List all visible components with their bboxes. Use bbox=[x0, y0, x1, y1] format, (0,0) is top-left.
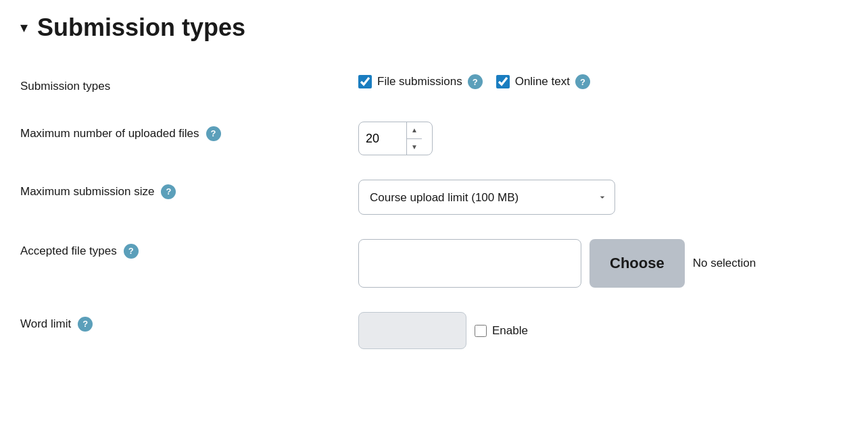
max-size-help-icon[interactable]: ? bbox=[161, 184, 176, 199]
enable-checkbox-item: Enable bbox=[475, 324, 528, 338]
accepted-file-types-input[interactable] bbox=[358, 239, 581, 288]
max-files-label: Maximum number of uploaded files bbox=[20, 126, 199, 142]
max-files-controls: ▲ ▼ bbox=[358, 122, 848, 155]
word-limit-row: Word limit ? Enable bbox=[20, 300, 848, 361]
accepted-file-types-label-cell: Accepted file types ? bbox=[20, 239, 358, 259]
max-files-input[interactable] bbox=[359, 122, 406, 155]
enable-label[interactable]: Enable bbox=[492, 324, 528, 338]
word-limit-label-cell: Word limit ? bbox=[20, 312, 358, 332]
max-files-spinner[interactable]: ▲ ▼ bbox=[358, 122, 433, 155]
word-limit-help-icon[interactable]: ? bbox=[78, 317, 93, 332]
max-files-help-icon[interactable]: ? bbox=[206, 126, 221, 141]
file-submissions-label[interactable]: File submissions bbox=[377, 75, 462, 88]
section-header: ▾ Submission types bbox=[20, 14, 848, 42]
word-limit-enable-checkbox[interactable] bbox=[475, 325, 487, 337]
submission-types-controls: File submissions ? Online text ? bbox=[358, 74, 848, 89]
max-size-row: Maximum submission size ? Course upload … bbox=[20, 167, 848, 227]
spinner-up-arrow[interactable]: ▲ bbox=[407, 122, 422, 139]
collapse-chevron[interactable]: ▾ bbox=[20, 19, 28, 36]
submission-types-label: Submission types bbox=[20, 78, 110, 95]
online-text-checkbox-item: Online text ? bbox=[496, 74, 590, 89]
spinner-down-arrow[interactable]: ▼ bbox=[407, 139, 422, 155]
max-size-label-cell: Maximum submission size ? bbox=[20, 180, 358, 200]
submission-types-label-cell: Submission types bbox=[20, 74, 358, 95]
online-text-help-icon[interactable]: ? bbox=[575, 74, 590, 89]
word-limit-label: Word limit bbox=[20, 316, 71, 332]
max-size-controls: Course upload limit (100 MB) 2 MB 8 MB 1… bbox=[358, 180, 848, 215]
file-submissions-checkbox[interactable] bbox=[358, 75, 372, 88]
file-submissions-help-icon[interactable]: ? bbox=[468, 74, 483, 89]
checkbox-group: File submissions ? Online text ? bbox=[358, 74, 590, 89]
no-selection-label: No selection bbox=[693, 257, 756, 270]
online-text-label[interactable]: Online text bbox=[515, 75, 570, 88]
accepted-file-types-controls: Choose No selection bbox=[358, 239, 848, 288]
choose-button[interactable]: Choose bbox=[589, 239, 685, 288]
spinner-arrows: ▲ ▼ bbox=[406, 122, 422, 155]
max-size-label: Maximum submission size bbox=[20, 184, 154, 200]
online-text-checkbox[interactable] bbox=[496, 75, 510, 88]
file-submissions-checkbox-item: File submissions ? bbox=[358, 74, 483, 89]
submission-types-row: Submission types File submissions ? Onli… bbox=[20, 62, 848, 109]
word-limit-controls: Enable bbox=[358, 312, 848, 349]
word-limit-input[interactable] bbox=[358, 312, 466, 349]
accepted-file-types-help-icon[interactable]: ? bbox=[124, 244, 139, 259]
accepted-file-types-label: Accepted file types bbox=[20, 243, 117, 259]
page-title: Submission types bbox=[37, 14, 245, 42]
max-files-label-cell: Maximum number of uploaded files ? bbox=[20, 122, 358, 142]
accepted-file-types-row: Accepted file types ? Choose No selectio… bbox=[20, 227, 848, 300]
max-size-select[interactable]: Course upload limit (100 MB) 2 MB 8 MB 1… bbox=[358, 180, 615, 215]
max-files-row: Maximum number of uploaded files ? ▲ ▼ bbox=[20, 109, 848, 167]
